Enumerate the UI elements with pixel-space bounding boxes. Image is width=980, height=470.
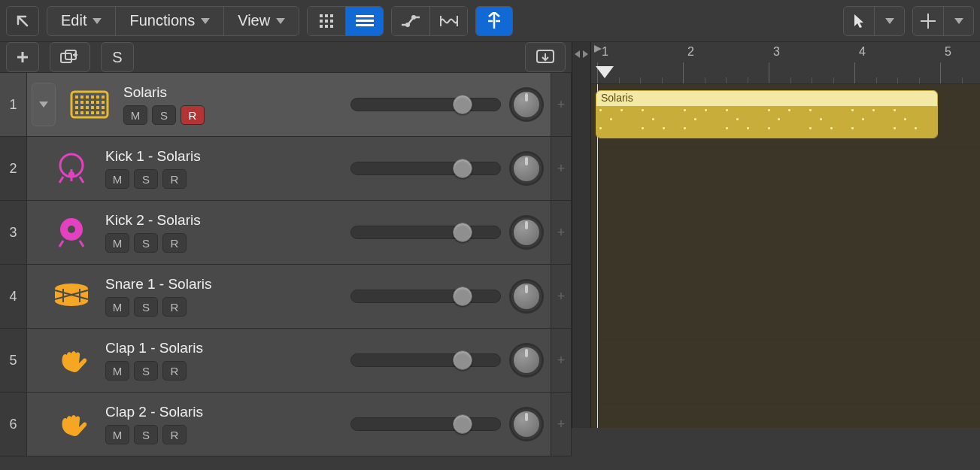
solo-button[interactable]: S bbox=[134, 169, 158, 189]
pane-divider[interactable] bbox=[572, 42, 591, 428]
catch-playhead-button[interactable] bbox=[475, 6, 513, 36]
mute-button[interactable]: M bbox=[105, 425, 129, 444]
track-number[interactable]: 1 bbox=[0, 73, 26, 137]
track-import-button[interactable] bbox=[525, 42, 566, 72]
list-view-button[interactable] bbox=[345, 7, 383, 35]
solo-button[interactable]: S bbox=[134, 297, 158, 317]
svg-rect-53 bbox=[102, 111, 105, 114]
duplicate-track-button[interactable] bbox=[50, 42, 90, 72]
playhead-handle[interactable] bbox=[596, 66, 614, 78]
automation-add[interactable]: + bbox=[551, 393, 571, 456]
svg-rect-51 bbox=[91, 111, 94, 114]
automation-add[interactable]: + bbox=[551, 73, 571, 137]
mute-button[interactable]: M bbox=[105, 233, 129, 253]
track-number[interactable]: 3 bbox=[0, 201, 26, 265]
mute-button[interactable]: M bbox=[105, 169, 129, 189]
volume-thumb[interactable] bbox=[453, 159, 472, 178]
pan-knob[interactable] bbox=[511, 281, 542, 311]
svg-rect-46 bbox=[96, 106, 99, 109]
track-header[interactable]: Snare 1 - Solaris M S R bbox=[27, 265, 551, 329]
track-body: Solaris M S R bbox=[123, 84, 205, 125]
automation-button[interactable] bbox=[392, 7, 429, 35]
midi-region[interactable]: Solaris bbox=[596, 90, 938, 138]
disclosure-button[interactable] bbox=[32, 83, 56, 126]
track-header[interactable]: Kick 1 - Solaris M S R bbox=[27, 137, 551, 201]
pointer-tool-dropdown[interactable] bbox=[874, 7, 904, 35]
volume-thumb[interactable] bbox=[453, 287, 472, 306]
record-enable-button[interactable]: R bbox=[181, 105, 205, 125]
msr-row: M S R bbox=[105, 233, 201, 253]
record-enable-button[interactable]: R bbox=[162, 297, 187, 317]
view-menu[interactable]: View bbox=[223, 7, 299, 35]
global-solo-label: S bbox=[112, 49, 122, 66]
pan-knob[interactable] bbox=[511, 345, 542, 375]
svg-rect-38 bbox=[86, 101, 89, 104]
mute-button[interactable]: M bbox=[123, 105, 147, 125]
back-button[interactable] bbox=[6, 6, 39, 36]
volume-thumb[interactable] bbox=[453, 350, 472, 370]
track-icon bbox=[50, 341, 93, 380]
track-icon bbox=[50, 149, 93, 188]
svg-point-65 bbox=[55, 296, 88, 306]
volume-thumb[interactable] bbox=[453, 95, 472, 114]
svg-rect-50 bbox=[86, 111, 89, 114]
pan-knob[interactable] bbox=[511, 89, 542, 120]
track-name: Clap 1 - Solaris bbox=[105, 340, 203, 356]
pan-knob[interactable] bbox=[511, 153, 542, 183]
solo-button[interactable]: S bbox=[134, 361, 158, 381]
volume-slider[interactable] bbox=[350, 98, 501, 111]
track-number[interactable]: 2 bbox=[0, 137, 26, 201]
mute-button[interactable]: M bbox=[105, 361, 129, 381]
track-header[interactable]: Clap 2 - Solaris M S R bbox=[27, 393, 551, 456]
track-header[interactable]: Clap 1 - Solaris M S R bbox=[27, 329, 551, 393]
record-enable-button[interactable]: R bbox=[162, 169, 187, 189]
solo-button[interactable]: S bbox=[134, 425, 158, 444]
svg-rect-9 bbox=[356, 15, 374, 17]
flex-button[interactable] bbox=[429, 7, 467, 35]
record-enable-button[interactable]: R bbox=[162, 425, 187, 444]
automation-add[interactable]: + bbox=[551, 329, 571, 393]
grid-view-button[interactable] bbox=[308, 7, 345, 35]
automation-add[interactable]: + bbox=[551, 201, 571, 265]
track-header[interactable]: Kick 2 - Solaris M S R bbox=[27, 201, 551, 265]
solo-button[interactable]: S bbox=[134, 233, 158, 253]
volume-slider[interactable] bbox=[350, 353, 501, 367]
menu-bar: Edit Functions View bbox=[47, 6, 299, 36]
functions-menu[interactable]: Functions bbox=[115, 7, 223, 35]
secondary-tool-button[interactable] bbox=[912, 6, 974, 36]
bar-number: 5 bbox=[945, 45, 951, 59]
svg-rect-2 bbox=[330, 14, 333, 17]
global-solo-button[interactable]: S bbox=[101, 42, 134, 72]
volume-thumb[interactable] bbox=[453, 414, 472, 434]
track-number[interactable]: 6 bbox=[0, 393, 26, 456]
track-header[interactable]: Solaris M S R bbox=[27, 73, 551, 137]
volume-slider[interactable] bbox=[350, 226, 501, 239]
pan-knob[interactable] bbox=[511, 409, 542, 439]
solo-button[interactable]: S bbox=[152, 105, 176, 125]
volume-thumb[interactable] bbox=[453, 223, 472, 242]
record-enable-button[interactable]: R bbox=[162, 361, 187, 381]
record-enable-button[interactable]: R bbox=[162, 233, 187, 253]
edit-menu[interactable]: Edit bbox=[47, 7, 115, 35]
volume-slider[interactable] bbox=[350, 290, 501, 303]
svg-rect-31 bbox=[80, 96, 83, 99]
add-track-button[interactable] bbox=[6, 42, 39, 72]
chevron-down-icon bbox=[885, 18, 894, 24]
volume-slider[interactable] bbox=[350, 417, 501, 431]
volume-slider[interactable] bbox=[350, 162, 501, 175]
import-icon bbox=[536, 49, 555, 65]
secondary-tool-dropdown[interactable] bbox=[943, 7, 973, 35]
pan-knob[interactable] bbox=[511, 217, 542, 247]
pointer-tool-button[interactable] bbox=[843, 6, 905, 36]
automation-add[interactable]: + bbox=[551, 137, 571, 201]
automation-add[interactable]: + bbox=[551, 265, 571, 329]
track-number[interactable]: 5 bbox=[0, 329, 26, 393]
arrange-area: 12345 Solaris bbox=[591, 42, 980, 428]
track-number[interactable]: 4 bbox=[0, 265, 26, 329]
ruler[interactable]: 12345 bbox=[591, 42, 980, 84]
mute-button[interactable]: M bbox=[105, 297, 129, 317]
svg-rect-43 bbox=[80, 106, 83, 109]
svg-rect-11 bbox=[356, 24, 374, 26]
functions-menu-label: Functions bbox=[129, 12, 195, 29]
region-area[interactable]: Solaris bbox=[591, 84, 980, 428]
